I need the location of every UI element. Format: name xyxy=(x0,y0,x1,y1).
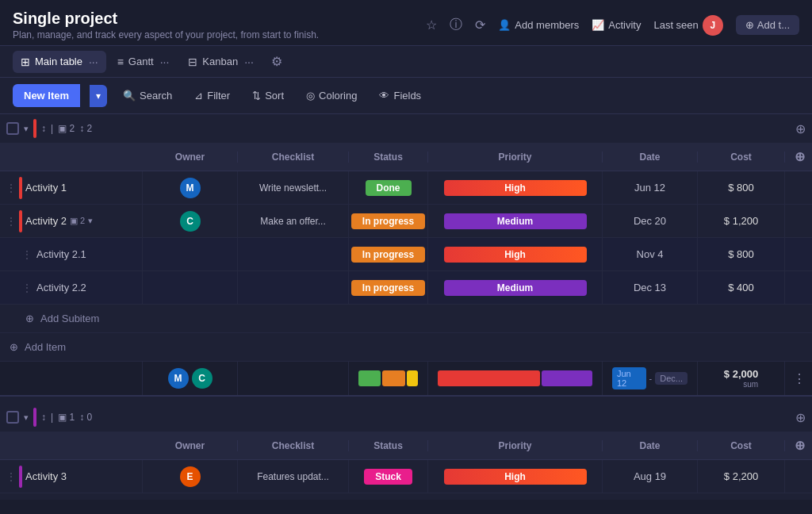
row2-owner: C xyxy=(143,205,238,237)
tab-main-table-more[interactable]: ··· xyxy=(89,56,98,68)
last-seen-button[interactable]: Last seen J xyxy=(653,15,722,36)
row2-status[interactable]: In progress xyxy=(349,205,428,237)
status-badge: In progress xyxy=(351,247,425,263)
group-2: ▾ ↕ | ▣ 1 ↕ 0 ⊕ Owner Checklist Status P… xyxy=(0,403,812,500)
row3-name: Activity 3 xyxy=(25,470,67,482)
kanban-icon: ⊟ xyxy=(188,56,197,68)
more-icon[interactable]: ⋮ xyxy=(793,371,806,386)
add-item-row[interactable]: ⊕ Add Item xyxy=(0,333,812,362)
row2-label-cell: ⋮ Activity 2 ▣ 2 ▾ xyxy=(0,205,143,237)
add-members-icon: 👤 xyxy=(498,19,511,31)
subitem2-more[interactable] xyxy=(785,271,812,304)
summary-avatars: M C xyxy=(143,362,238,395)
add-item-row-2[interactable]: ⊕ Add Item xyxy=(0,493,812,500)
activity-button[interactable]: 📈 Activity xyxy=(592,19,641,31)
row1-more[interactable] xyxy=(785,171,812,204)
col-owner2: Owner xyxy=(143,440,238,451)
group1-checkbox[interactable] xyxy=(6,122,19,135)
add-top-button[interactable]: ⊕ Add t... xyxy=(736,15,799,35)
col-status2: Status xyxy=(349,440,428,451)
summary-avatar-c: C xyxy=(192,368,213,389)
group2-chevron[interactable]: ▾ xyxy=(24,412,29,423)
tab-gantt-more[interactable]: ··· xyxy=(160,56,170,68)
subitem1-date: Nov 4 xyxy=(603,238,698,270)
drag-icon[interactable]: ⋮ xyxy=(22,282,32,293)
header-right: ☆ ⓘ ⟳ 👤 Add members 📈 Activity Last seen… xyxy=(426,15,799,36)
new-item-button[interactable]: New Item xyxy=(13,84,80,107)
group2-checkbox[interactable] xyxy=(6,411,19,424)
col-add2[interactable]: ⊕ xyxy=(785,438,812,453)
group2-col-headers: Owner Checklist Status Priority Date Cos… xyxy=(0,432,812,460)
row1-status[interactable]: Done xyxy=(349,171,428,204)
group1-chevron[interactable]: ▾ xyxy=(24,124,29,134)
filter-button[interactable]: ⊿ Filter xyxy=(188,86,236,105)
sort-button[interactable]: ⇅ Sort xyxy=(246,86,290,105)
subitem1-status[interactable]: In progress xyxy=(349,238,428,270)
settings-icon[interactable]: ⚙ xyxy=(271,54,282,69)
project-title: Single project xyxy=(13,10,319,28)
row1-priority[interactable]: High xyxy=(428,171,603,204)
plus-icon: ⊕ xyxy=(745,19,754,31)
summary-more[interactable]: ⋮ xyxy=(785,362,812,395)
row3-more[interactable] xyxy=(785,460,812,493)
status-other-bar xyxy=(407,370,418,386)
row-color-indicator xyxy=(19,466,22,488)
table-icon: ⊞ xyxy=(21,56,30,68)
row2-priority[interactable]: Medium xyxy=(428,205,603,237)
group1-header: ▾ ↕ | ▣ 2 ↕ 2 ⊕ xyxy=(0,114,812,143)
new-item-dropdown[interactable]: ▾ xyxy=(90,85,107,107)
subitem1-name: Activity 2.1 xyxy=(36,248,86,260)
col-priority: Priority xyxy=(428,152,603,163)
filter-icon: ⊿ xyxy=(194,90,203,102)
group1-color-bar xyxy=(33,119,36,138)
tab-kanban-more[interactable]: ··· xyxy=(244,56,254,68)
user-avatar: J xyxy=(703,15,723,36)
drag-icon[interactable]: ⋮ xyxy=(6,182,16,194)
sync-icon[interactable]: ⟳ xyxy=(475,17,485,33)
subitem2-status[interactable]: In progress xyxy=(349,271,428,304)
col-add[interactable]: ⊕ xyxy=(785,149,812,164)
subitem2-priority[interactable]: Medium xyxy=(428,271,603,304)
status-done-bar xyxy=(358,370,381,386)
table-row: ⋮ Activity 3 E Features updat... Stuck H… xyxy=(0,460,812,493)
group1-add-col[interactable]: ⊕ xyxy=(795,121,806,136)
fields-icon: 👁 xyxy=(379,90,389,102)
add-subitem-label: Add Subitem xyxy=(40,313,99,324)
gantt-icon: ≡ xyxy=(117,56,124,68)
group-1: ▾ ↕ | ▣ 2 ↕ 2 ⊕ Owner Checklist Status P… xyxy=(0,114,812,397)
group2-add-col[interactable]: ⊕ xyxy=(795,410,806,425)
star-icon[interactable]: ☆ xyxy=(426,17,437,33)
drag-icon[interactable]: ⋮ xyxy=(6,471,16,482)
status-inprogress-bar xyxy=(382,370,404,386)
fields-button[interactable]: 👁 Fields xyxy=(373,86,427,105)
summary-avatar-m: M xyxy=(168,368,189,389)
subitem1-more[interactable] xyxy=(785,238,812,270)
info-icon[interactable]: ⓘ xyxy=(450,17,462,33)
search-button[interactable]: 🔍 Search xyxy=(117,86,178,105)
summary-label-cell xyxy=(0,362,143,395)
row3-cost: $ 2,200 xyxy=(698,460,785,493)
drag-icon[interactable]: ⋮ xyxy=(6,216,16,227)
add-members-button[interactable]: 👤 Add members xyxy=(498,19,579,31)
row2-more[interactable] xyxy=(785,205,812,237)
tab-kanban-label: Kanban xyxy=(202,56,238,67)
coloring-button[interactable]: ◎ Coloring xyxy=(300,86,363,105)
row2-cost: $ 1,200 xyxy=(698,205,785,237)
subitem1-priority[interactable]: High xyxy=(428,238,603,270)
table-row: ⋮ Activity 2 ▣ 2 ▾ C Make an offer... In… xyxy=(0,205,812,238)
row-color-indicator xyxy=(19,210,22,232)
priority-high-bar xyxy=(438,370,540,386)
row1-cost: $ 800 xyxy=(698,171,785,204)
tab-kanban[interactable]: ⊟ Kanban ··· xyxy=(180,51,262,73)
row3-priority[interactable]: High xyxy=(428,460,603,493)
owner-avatar: M xyxy=(180,178,201,198)
row2-chevron[interactable]: ▾ xyxy=(88,216,93,226)
drag-icon[interactable]: ⋮ xyxy=(22,249,32,260)
activity-icon: 📈 xyxy=(592,19,604,31)
row3-status[interactable]: Stuck xyxy=(349,460,428,493)
add-subitem-row[interactable]: ⊕ Add Subitem xyxy=(0,305,812,333)
subitem-row: ⋮ Activity 2.2 In progress Medium Dec 13… xyxy=(0,271,812,305)
row3-owner: E xyxy=(143,460,238,493)
tab-main-table[interactable]: ⊞ Main table ··· xyxy=(13,51,106,73)
tab-gantt[interactable]: ≡ Gantt ··· xyxy=(109,51,178,73)
